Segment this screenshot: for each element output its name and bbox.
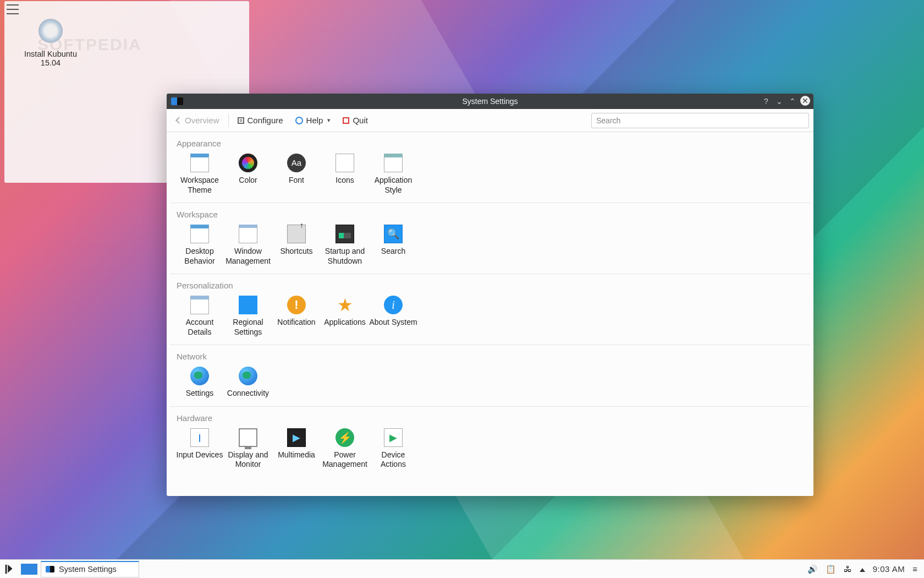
folderview-menu-icon[interactable] <box>7 4 19 14</box>
label: Multimedia <box>272 450 321 460</box>
section-hardware: Hardware Input Devices Display and Monit… <box>170 407 810 477</box>
shortcuts-icon <box>287 225 306 243</box>
titlebar[interactable]: System Settings ? ⌄ ⌃ ✕ <box>167 94 813 109</box>
taskbar: System Settings 🔊 📋 🖧 9:03 AM ≡ <box>0 559 924 578</box>
chevron-down-icon: ▾ <box>327 117 331 124</box>
color-icon <box>239 154 257 172</box>
back-icon <box>175 117 183 124</box>
item-shortcuts[interactable]: Shortcuts <box>272 222 321 266</box>
app-icon <box>171 97 183 105</box>
about-icon: i <box>384 296 403 314</box>
installer-desktop-icon[interactable]: Install Kubuntu 15.04 <box>18 17 84 67</box>
panel-toolbox-icon[interactable]: ≡ <box>912 564 917 574</box>
quit-button[interactable]: Quit <box>337 113 373 127</box>
configure-button[interactable]: Configure <box>232 113 289 127</box>
label: Input Devices <box>175 450 224 460</box>
clipboard-icon[interactable]: 📋 <box>826 564 836 574</box>
minimize-button[interactable]: ⌄ <box>774 96 785 107</box>
item-window-management[interactable]: Window Management <box>224 222 272 266</box>
item-display-monitor[interactable]: Display and Monitor <box>224 426 272 470</box>
item-startup-shutdown[interactable]: Startup and Shutdown <box>321 222 369 266</box>
label: Color <box>224 176 272 186</box>
task-app-icon <box>46 566 54 572</box>
label: Window Management <box>224 247 272 266</box>
item-network-settings[interactable]: Settings <box>175 364 224 399</box>
multimedia-icon: ▶ <box>287 428 306 447</box>
section-heading: Workspace <box>177 210 805 219</box>
font-icon: Aa <box>287 154 306 172</box>
overview-label: Overview <box>185 116 219 125</box>
clock[interactable]: 9:03 AM <box>873 564 905 574</box>
kde-logo-icon <box>3 563 15 575</box>
disc-icon <box>36 17 65 45</box>
item-account-details[interactable]: Account Details <box>175 293 224 337</box>
task-system-settings[interactable]: System Settings <box>41 561 139 577</box>
item-icons[interactable]: Icons <box>321 151 369 195</box>
quit-icon <box>343 117 349 124</box>
label: Desktop Behavior <box>175 247 224 266</box>
settings-content[interactable]: Appearance Workspace Theme Color AaFont … <box>167 132 813 496</box>
help-titlebar-button[interactable]: ? <box>761 96 772 107</box>
section-network: Network Settings Connectivity <box>170 345 810 407</box>
tray-expand-icon[interactable] <box>860 564 865 574</box>
system-tray: 🔊 📋 🖧 9:03 AM ≡ <box>807 564 924 574</box>
label: Startup and Shutdown <box>321 247 369 266</box>
label: Connectivity <box>224 389 272 399</box>
regional-icon <box>239 296 257 314</box>
application-launcher[interactable] <box>1 561 18 577</box>
item-input-devices[interactable]: Input Devices <box>175 426 224 470</box>
search-input[interactable] <box>591 113 809 128</box>
volume-icon[interactable]: 🔊 <box>807 564 818 574</box>
item-search[interactable]: 🔍Search <box>369 222 417 266</box>
globe-icon <box>239 367 257 385</box>
app-style-icon <box>384 154 403 172</box>
display-icon <box>239 428 257 447</box>
toolbar: Overview Configure Help ▾ Quit <box>167 109 813 132</box>
label: Application Style <box>369 176 417 195</box>
item-font[interactable]: AaFont <box>272 151 321 195</box>
section-heading: Appearance <box>177 139 805 148</box>
item-applications[interactable]: ★Applications <box>321 293 369 337</box>
task-label: System Settings <box>59 565 117 574</box>
label: Settings <box>175 389 224 399</box>
item-connectivity[interactable]: Connectivity <box>224 364 272 399</box>
help-button[interactable]: Help ▾ <box>290 113 337 127</box>
search-icon: 🔍 <box>384 225 403 243</box>
desktop-behavior-icon <box>190 225 209 243</box>
item-regional-settings[interactable]: Regional Settings <box>224 293 272 337</box>
label: Font <box>272 176 321 186</box>
item-color[interactable]: Color <box>224 151 272 195</box>
item-about-system[interactable]: iAbout System <box>369 293 417 337</box>
window-management-icon <box>239 225 257 243</box>
virtual-desktop-pager[interactable] <box>21 564 37 575</box>
globe-icon <box>190 367 209 385</box>
item-power-management[interactable]: ⚡Power Management <box>321 426 369 470</box>
section-workspace: Workspace Desktop Behavior Window Manage… <box>170 203 810 274</box>
network-tray-icon[interactable]: 🖧 <box>844 564 852 574</box>
item-notification[interactable]: !Notification <box>272 293 321 337</box>
help-icon <box>295 117 303 124</box>
configure-icon <box>238 117 244 124</box>
section-personalization: Personalization Account Details Regional… <box>170 274 810 345</box>
workspace-theme-icon <box>190 154 209 172</box>
icons-icon <box>336 154 354 172</box>
item-device-actions[interactable]: ▶Device Actions <box>369 426 417 470</box>
label: Account Details <box>175 318 224 337</box>
item-workspace-theme[interactable]: Workspace Theme <box>175 151 224 195</box>
item-multimedia[interactable]: ▶Multimedia <box>272 426 321 470</box>
maximize-button[interactable]: ⌃ <box>787 96 798 107</box>
notification-icon: ! <box>287 296 306 314</box>
item-application-style[interactable]: Application Style <box>369 151 417 195</box>
window-title: System Settings <box>167 97 813 106</box>
section-heading: Network <box>177 352 805 361</box>
device-actions-icon: ▶ <box>384 428 403 447</box>
label: Device Actions <box>369 450 417 470</box>
close-button[interactable]: ✕ <box>800 96 810 106</box>
item-desktop-behavior[interactable]: Desktop Behavior <box>175 222 224 266</box>
help-label: Help <box>306 116 323 125</box>
toolbar-search <box>591 113 809 128</box>
power-icon: ⚡ <box>336 428 354 447</box>
label: Power Management <box>321 450 369 470</box>
label: Search <box>369 247 417 257</box>
label: Notification <box>272 318 321 328</box>
